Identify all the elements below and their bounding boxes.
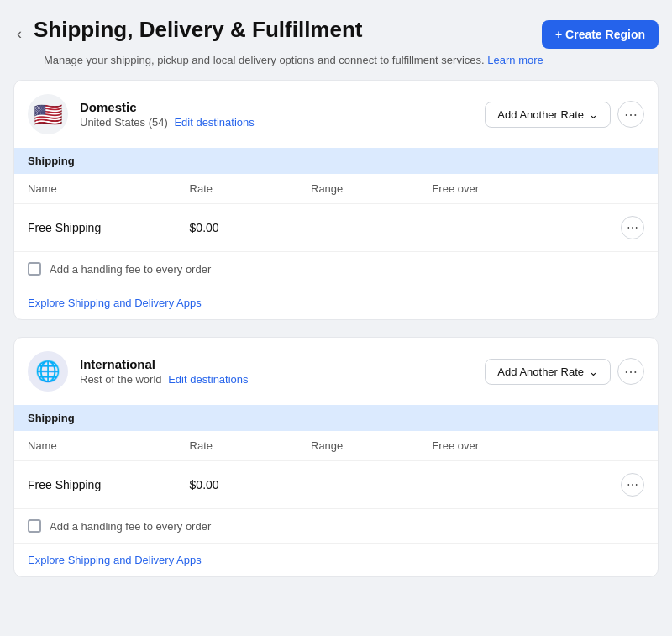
handling-row: Add a handling fee to every order bbox=[14, 509, 658, 544]
header-row: ‹ Shipping, Delivery & Fulfillment + Cre… bbox=[13, 17, 659, 49]
handling-checkbox[interactable] bbox=[28, 519, 41, 533]
column-header: Name bbox=[28, 439, 190, 452]
region-name: International bbox=[80, 357, 249, 371]
column-header: Free over bbox=[432, 182, 594, 195]
handling-label: Add a handling fee to every order bbox=[50, 520, 211, 533]
handling-row: Add a handling fee to every order bbox=[14, 252, 658, 286]
row-name: Free Shipping bbox=[28, 221, 190, 234]
region-actions: Add Another Rate ⌄ ⋯ bbox=[485, 101, 644, 128]
create-region-button[interactable]: + Create Region bbox=[542, 20, 659, 49]
column-header: Rate bbox=[190, 439, 311, 452]
region-text: Domestic United States (54) Edit destina… bbox=[80, 100, 255, 129]
chevron-down-icon: ⌄ bbox=[589, 365, 598, 378]
explore-apps-link[interactable]: Explore Shipping and Delivery Apps bbox=[14, 286, 658, 319]
shipping-header: Shipping bbox=[14, 405, 658, 431]
regions-container: 🇺🇸 Domestic United States (54) Edit dest… bbox=[13, 80, 659, 577]
edit-destinations-link[interactable]: Edit destinations bbox=[168, 373, 248, 386]
row-rate: $0.00 bbox=[190, 221, 311, 234]
region-sub: Rest of the world Edit destinations bbox=[80, 373, 249, 386]
add-rate-button[interactable]: Add Another Rate ⌄ bbox=[485, 359, 611, 385]
column-header: Rate bbox=[190, 182, 311, 195]
region-more-button[interactable]: ⋯ bbox=[617, 358, 644, 385]
region-actions: Add Another Rate ⌄ ⋯ bbox=[485, 358, 644, 385]
page-container: ‹ Shipping, Delivery & Fulfillment + Cre… bbox=[0, 0, 672, 611]
region-info: 🇺🇸 Domestic United States (54) Edit dest… bbox=[28, 94, 255, 134]
region-header: 🌐 International Rest of the world Edit d… bbox=[14, 338, 658, 405]
handling-label: Add a handling fee to every order bbox=[50, 263, 211, 276]
row-more-button[interactable]: ⋯ bbox=[621, 473, 644, 497]
table-row: Free Shipping $0.00 ⋯ bbox=[14, 461, 658, 509]
row-more-cell: ⋯ bbox=[594, 216, 644, 239]
column-header: Free over bbox=[432, 439, 594, 452]
explore-apps-link[interactable]: Explore Shipping and Delivery Apps bbox=[14, 544, 658, 576]
add-rate-button[interactable]: Add Another Rate ⌄ bbox=[485, 102, 611, 128]
header-left: ‹ Shipping, Delivery & Fulfillment bbox=[13, 17, 363, 46]
region-text: International Rest of the world Edit des… bbox=[80, 357, 249, 386]
column-header: Name bbox=[28, 182, 190, 195]
column-header: Range bbox=[311, 439, 432, 452]
back-button[interactable]: ‹ bbox=[13, 22, 25, 46]
table-row: Free Shipping $0.00 ⋯ bbox=[14, 204, 658, 252]
subtitle-description: Manage your shipping, pickup and local d… bbox=[44, 54, 485, 66]
region-info: 🌐 International Rest of the world Edit d… bbox=[28, 351, 249, 392]
region-card-domestic: 🇺🇸 Domestic United States (54) Edit dest… bbox=[13, 80, 659, 320]
learn-more-link[interactable]: Learn more bbox=[487, 54, 543, 66]
row-rate: $0.00 bbox=[190, 478, 311, 491]
row-more-button[interactable]: ⋯ bbox=[621, 216, 644, 239]
row-name: Free Shipping bbox=[28, 478, 190, 491]
column-header: Range bbox=[311, 182, 432, 195]
page-title-block: Shipping, Delivery & Fulfillment bbox=[34, 17, 363, 43]
region-more-button[interactable]: ⋯ bbox=[617, 101, 644, 128]
flag-icon: 🇺🇸 bbox=[28, 94, 68, 134]
table-columns: NameRateRangeFree over bbox=[14, 174, 658, 204]
subtitle-text: Manage your shipping, pickup and local d… bbox=[44, 54, 659, 66]
chevron-down-icon: ⌄ bbox=[589, 108, 598, 121]
page-title: Shipping, Delivery & Fulfillment bbox=[34, 17, 363, 43]
region-header: 🇺🇸 Domestic United States (54) Edit dest… bbox=[14, 81, 658, 148]
handling-checkbox[interactable] bbox=[28, 262, 41, 276]
globe-icon: 🌐 bbox=[28, 351, 68, 392]
region-name: Domestic bbox=[80, 100, 255, 114]
edit-destinations-link[interactable]: Edit destinations bbox=[174, 116, 254, 129]
region-sub: United States (54) Edit destinations bbox=[80, 116, 255, 129]
region-card-international: 🌐 International Rest of the world Edit d… bbox=[13, 337, 659, 577]
table-columns: NameRateRangeFree over bbox=[14, 431, 658, 461]
row-more-cell: ⋯ bbox=[594, 473, 644, 497]
shipping-header: Shipping bbox=[14, 148, 658, 174]
